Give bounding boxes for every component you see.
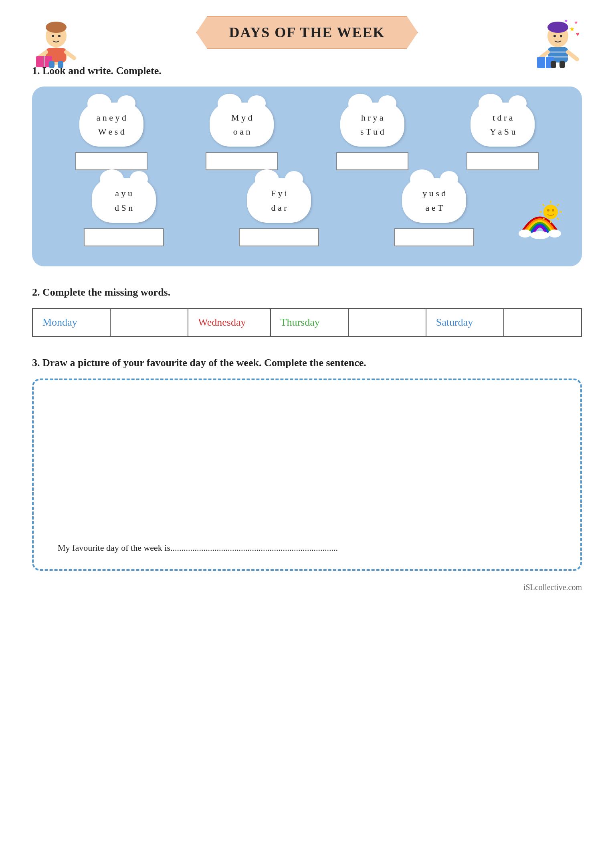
cloud-item-2: M y d o a n — [183, 103, 301, 170]
answer-input-2[interactable] — [206, 152, 278, 170]
svg-point-29 — [519, 230, 531, 238]
svg-point-31 — [530, 231, 549, 239]
answer-input-4[interactable] — [467, 152, 539, 170]
days-table: Monday Wednesday Thursday Saturday — [32, 308, 582, 337]
answer-input-7[interactable] — [394, 228, 474, 246]
cloud-5: a y u d S n — [92, 178, 156, 222]
sun-rainbow-decoration — [518, 201, 562, 246]
cloud-6: F y i d a r — [247, 178, 311, 222]
draw-box: My favourite day of the week is.........… — [32, 379, 582, 571]
svg-text:★: ★ — [574, 20, 578, 25]
svg-rect-11 — [58, 61, 63, 68]
header: DAYS OF THE WEEK ★ ★ — [32, 16, 582, 49]
footer-text: iSLcollective.com — [523, 583, 582, 592]
exercise3-box: 3. Draw a picture of your favourite day … — [32, 357, 582, 571]
cloud-6-line1: F y i — [257, 186, 301, 200]
answer-input-6[interactable] — [239, 228, 319, 246]
svg-point-17 — [553, 35, 556, 37]
cloud-2-line2: o a n — [219, 125, 264, 139]
cloud-7: y u s d a e T — [402, 178, 466, 222]
section3-label: 3. Draw a picture of your favourite day … — [32, 357, 582, 369]
svg-point-5 — [58, 35, 61, 37]
cloud-4-line1: t d r a — [480, 111, 525, 125]
answer-input-3[interactable] — [336, 152, 408, 170]
cloud-item-7: y u s d a e T — [363, 178, 506, 246]
kid-left-icon — [32, 12, 80, 77]
svg-point-3 — [46, 22, 67, 33]
svg-rect-10 — [49, 61, 55, 68]
section1-label: 1. Look and write. Complete. — [32, 65, 582, 77]
day-thursday: Thursday — [271, 308, 348, 336]
day-empty-2 — [348, 308, 426, 336]
cloud-7-line1: y u s d — [412, 186, 456, 200]
day-monday: Monday — [32, 308, 110, 336]
cloud-2: M y d o a n — [210, 103, 274, 147]
svg-line-7 — [66, 52, 74, 58]
answer-input-5[interactable] — [84, 228, 164, 246]
section2-label: 2. Complete the missing words. — [32, 286, 582, 298]
cloud-5-line1: a y u — [101, 186, 146, 200]
svg-line-20 — [568, 52, 577, 59]
day-empty-1 — [110, 308, 188, 336]
day-saturday: Saturday — [426, 308, 504, 336]
svg-point-18 — [560, 35, 562, 37]
svg-point-30 — [548, 230, 561, 238]
days-row: Monday Wednesday Thursday Saturday — [32, 308, 582, 336]
cloud-item-5: a y u d S n — [52, 178, 195, 246]
svg-text:★: ★ — [569, 26, 575, 32]
day-empty-3 — [504, 308, 582, 336]
svg-rect-27 — [551, 61, 556, 68]
svg-line-39 — [557, 204, 559, 206]
cloud-1-line1: a n e y d — [89, 111, 134, 125]
cloud-3-line2: s T u d — [350, 125, 395, 139]
cloud-1-line2: W e s d — [89, 125, 134, 139]
cloud-4: t d r a Y a S u — [471, 103, 535, 147]
svg-rect-28 — [559, 61, 565, 68]
svg-text:★: ★ — [564, 18, 568, 23]
svg-point-16 — [547, 22, 568, 33]
answer-input-1[interactable] — [75, 152, 147, 170]
cloud-item-3: h r y a s T u d — [313, 103, 432, 170]
cloud-3-line1: h r y a — [350, 111, 395, 125]
page-title: DAYS OF THE WEEK — [196, 16, 418, 49]
footer: iSLcollective.com — [32, 583, 582, 592]
sentence-prefix: My favourite day of the week is — [58, 543, 170, 553]
cloud-item-4: t d r a Y a S u — [444, 103, 562, 170]
svg-point-42 — [552, 209, 554, 211]
header-title-wrap: DAYS OF THE WEEK — [196, 16, 418, 49]
kid-right-icon: ★ ★ ★ ♥ — [534, 12, 582, 77]
cloud-3: h r y a s T u d — [340, 103, 404, 147]
cloud-item-6: F y i d a r — [207, 178, 350, 246]
cloud-2-line1: M y d — [219, 111, 264, 125]
clouds-row2: a y u d S n F y i d a r y u s d a e T — [52, 178, 562, 246]
cloud-6-line2: d a r — [257, 201, 301, 215]
svg-point-4 — [52, 35, 54, 37]
svg-line-37 — [543, 204, 544, 206]
cloud-item-1: a n e y d W e s d — [52, 103, 171, 170]
cloud-5-line2: d S n — [101, 201, 146, 215]
exercise1-box: a n e y d W e s d M y d o a n h r y a s … — [32, 87, 582, 266]
exercise2-box: 2. Complete the missing words. Monday We… — [32, 286, 582, 337]
cloud-7-line2: a e T — [412, 201, 456, 215]
svg-point-32 — [543, 205, 558, 219]
cloud-1: a n e y d W e s d — [79, 103, 143, 147]
svg-line-38 — [557, 218, 559, 220]
day-wednesday: Wednesday — [188, 308, 270, 336]
clouds-row1: a n e y d W e s d M y d o a n h r y a s … — [52, 103, 562, 170]
cloud-4-line2: Y a S u — [480, 125, 525, 139]
svg-text:♥: ♥ — [576, 31, 579, 37]
svg-point-41 — [547, 209, 549, 211]
favourite-sentence: My favourite day of the week is.........… — [58, 543, 556, 553]
